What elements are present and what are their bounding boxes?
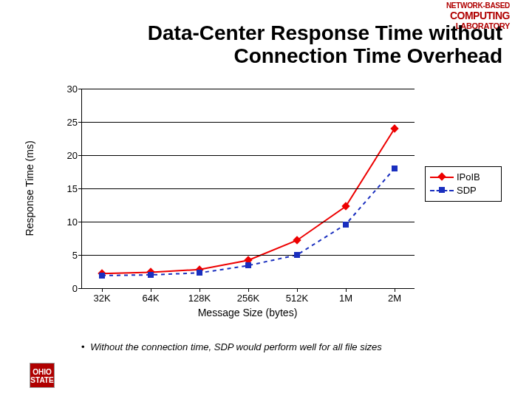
marker-sdp (392, 166, 398, 171)
y-tick-label: 20 (67, 150, 78, 161)
x-tick-label: 128K (188, 293, 211, 304)
series-line-ipoib (102, 129, 395, 273)
y-tick (78, 288, 82, 289)
x-axis-label: Message Size (bytes) (81, 307, 414, 318)
x-tick (395, 288, 395, 292)
x-tick (200, 288, 200, 292)
x-tick (346, 288, 347, 292)
title-line-2: Connection Time Overhead (233, 44, 502, 67)
legend-swatch-sdp (430, 185, 454, 195)
lab-logo-line2: COMPUTING (446, 10, 510, 21)
legend-label-sdp: SDP (457, 185, 477, 196)
marker-sdp (294, 252, 300, 258)
marker-sdp (245, 262, 251, 268)
marker-sdp (343, 222, 349, 228)
marker-sdp (99, 273, 105, 279)
slide: NETWORK-BASED COMPUTING LABORATORY Data-… (0, 0, 532, 399)
y-tick-label: 10 (67, 216, 78, 228)
legend-item-ipoib: IPoIB (430, 170, 497, 183)
y-axis-label: Response Time (ms) (24, 140, 35, 236)
footnote: • Without the connection time, SDP would… (81, 341, 382, 352)
x-tick-label: 256K (237, 293, 259, 304)
legend-label-ipoib: IPoIB (457, 171, 480, 183)
legend: IPoIB SDP (425, 166, 502, 202)
y-tick (78, 89, 82, 89)
x-tick (151, 288, 151, 292)
plot-area: 05101520253032K64K128K256K512K1M2M (81, 89, 415, 289)
legend-swatch-ipoib (430, 171, 454, 182)
grid-line (82, 155, 415, 156)
y-tick-label: 0 (72, 283, 78, 294)
ohio-state-logo: OHIO STATE (30, 363, 55, 388)
title-line-1: Data-Center Response Time without (148, 21, 502, 44)
x-tick (102, 288, 103, 292)
y-tick-label: 15 (67, 183, 78, 194)
x-tick-label: 512K (286, 293, 308, 304)
x-tick-label: 64K (142, 293, 159, 304)
y-tick-label: 30 (67, 83, 78, 95)
page-title: Data-Center Response Time without Connec… (0, 22, 502, 68)
x-tick-label: 2M (388, 293, 401, 304)
legend-item-sdp: SDP (430, 183, 497, 197)
x-tick (248, 288, 249, 292)
grid-line (82, 122, 415, 123)
grid-line (82, 222, 415, 222)
osu-line2: STATE (30, 376, 54, 384)
grid-line (82, 188, 415, 189)
marker-sdp (197, 270, 202, 276)
x-tick-label: 1M (339, 293, 352, 304)
y-tick (78, 122, 82, 123)
y-tick (78, 222, 82, 222)
chart: Response Time (ms) Message Size (bytes) … (37, 81, 495, 325)
lab-logo-line1: NETWORK-BASED (446, 1, 510, 10)
y-tick (78, 188, 82, 189)
y-tick-label: 25 (67, 117, 78, 128)
y-tick (78, 155, 82, 156)
osu-line1: OHIO (30, 368, 54, 376)
marker-sdp (148, 272, 154, 278)
grid-line (82, 89, 415, 89)
x-tick (297, 288, 298, 292)
x-tick-label: 32K (93, 293, 110, 304)
y-tick (78, 255, 82, 256)
footnote-text: Without the connection time, SDP would p… (90, 341, 382, 352)
y-tick-label: 5 (72, 250, 78, 261)
bullet-icon: • (81, 341, 85, 352)
